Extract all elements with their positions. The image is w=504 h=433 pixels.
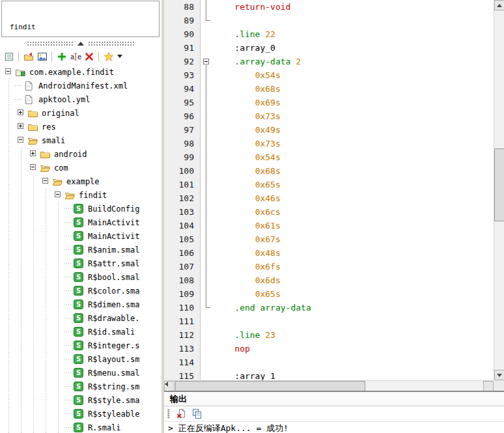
tree-toggle-minus[interactable]: [40, 175, 52, 188]
tree-item[interactable]: SR$drawable.: [0, 311, 161, 325]
open-apk-icon[interactable]: [22, 50, 35, 63]
tree-item[interactable]: SR$menu.smal: [0, 366, 161, 380]
code-line[interactable]: 96 0x73s: [164, 109, 494, 123]
code-line[interactable]: 98 0x73s: [164, 137, 494, 150]
output-title: 输出: [170, 393, 187, 405]
output-lines[interactable]: > 正在反编译Apk... = 成功!: [164, 422, 504, 433]
scroll-right-button[interactable]: [483, 381, 494, 391]
code-line[interactable]: 89: [164, 14, 494, 27]
tree-item[interactable]: example: [0, 175, 161, 188]
tree-item[interactable]: findit: [0, 188, 161, 202]
tree-toggle-minus[interactable]: [27, 161, 40, 175]
code-line[interactable]: 100 0x68s: [164, 164, 494, 178]
code-editor[interactable]: 88 return-void8990 .line 2291 :array_092…: [164, 0, 494, 380]
tree-item[interactable]: SR$id.smali: [0, 325, 161, 339]
code-line[interactable]: 97 0x49s: [164, 123, 494, 137]
tree-item[interactable]: SR$attr.smal: [0, 257, 161, 270]
line-number: 100: [164, 164, 201, 178]
fold-toggle[interactable]: [201, 55, 212, 68]
code-line[interactable]: 88 return-void: [164, 0, 494, 14]
tree-toggle-plus[interactable]: [27, 147, 40, 161]
tree-item[interactable]: SR$bool.smal: [0, 270, 161, 284]
code-line[interactable]: 95 0x69s: [164, 96, 494, 109]
line-number: 109: [164, 287, 201, 301]
code-line[interactable]: 111: [164, 314, 494, 328]
tree-toggle-minus[interactable]: [15, 133, 27, 147]
dropdown-arrow-icon[interactable]: [116, 50, 123, 63]
copy-output-icon[interactable]: [191, 408, 203, 419]
tree-item[interactable]: SBuildConfig: [0, 202, 161, 216]
tree-item[interactable]: AndroidManifest.xml: [0, 79, 161, 92]
code-line[interactable]: 102 0x46s: [164, 191, 494, 205]
code-line[interactable]: 108 0x6ds: [164, 273, 494, 287]
code-line[interactable]: 112 .line 23: [164, 328, 494, 342]
code-line[interactable]: 92 .array-data 2: [164, 55, 494, 68]
collapse-splitter[interactable]: [0, 39, 161, 48]
clear-output-icon[interactable]: [176, 408, 187, 419]
tree-toggle-plus[interactable]: [15, 120, 27, 133]
code-line[interactable]: 99 0x54s: [164, 150, 494, 164]
line-number: 108: [164, 273, 201, 287]
tree-item[interactable]: SR$style.sma: [0, 393, 161, 407]
scroll-down-button[interactable]: [494, 370, 504, 380]
image-viewer-icon[interactable]: [36, 50, 48, 63]
tree-item[interactable]: SMainActivit: [0, 216, 161, 229]
toolbar-grip[interactable]: [167, 409, 170, 419]
tree-indent-guide: [15, 243, 27, 257]
scroll-up-button[interactable]: [494, 0, 504, 10]
tree-item-label: R$color.sma: [86, 286, 139, 296]
delete-file-icon[interactable]: [83, 50, 95, 63]
output-panel: 输出 > 正在反编译Apk... = 成功!: [164, 391, 504, 433]
fold-margin: [201, 191, 212, 205]
tree-item[interactable]: SR$layout.sm: [0, 352, 161, 366]
tree-item[interactable]: SR$color.sma: [0, 284, 161, 298]
tree-indent-guide: [40, 380, 52, 393]
code-line[interactable]: 107 0x6fs: [164, 260, 494, 273]
code-line[interactable]: 90 .line 22: [164, 27, 494, 41]
tree-item[interactable]: SMainActivit: [0, 229, 161, 243]
tree-item[interactable]: smali: [0, 133, 161, 147]
horizontal-scrollbar-thumb[interactable]: [175, 381, 365, 391]
code-text: 0x61s: [212, 219, 281, 232]
tree-item[interactable]: SR$dimen.sma: [0, 298, 161, 311]
code-line[interactable]: 114: [164, 356, 494, 369]
tree-item[interactable]: SR$integer.s: [0, 339, 161, 352]
code-line[interactable]: 91 :array_0: [164, 41, 494, 55]
tree-item[interactable]: SR$string.sm: [0, 380, 161, 393]
code-line[interactable]: 106 0x48s: [164, 246, 494, 260]
code-line[interactable]: 93 0x54s: [164, 68, 494, 82]
code-line[interactable]: 103 0x6cs: [164, 205, 494, 219]
vertical-scrollbar[interactable]: [494, 0, 504, 380]
tree-item[interactable]: original: [0, 106, 161, 120]
code-line[interactable]: 113 nop: [164, 342, 494, 356]
tree-item[interactable]: res: [0, 120, 161, 133]
tree-item[interactable]: SR.smali: [0, 421, 161, 433]
add-file-icon[interactable]: [55, 50, 68, 63]
rename-icon[interactable]: ae: [69, 50, 81, 63]
tree-item[interactable]: SR$anim.smal: [0, 243, 161, 257]
tree-toolbar: ae: [0, 48, 161, 64]
code-line[interactable]: 115 :array_1: [164, 369, 494, 380]
tree-item[interactable]: apktool.yml: [0, 92, 161, 106]
tree-item[interactable]: com: [0, 161, 161, 175]
tree-toggle-minus[interactable]: [3, 65, 15, 79]
vertical-scrollbar-thumb[interactable]: [494, 148, 504, 221]
code-line[interactable]: 101 0x65s: [164, 178, 494, 191]
tree-item[interactable]: SR$styleable: [0, 407, 161, 421]
code-line[interactable]: 94 0x68s: [164, 82, 494, 96]
code-line[interactable]: 104 0x61s: [164, 219, 494, 232]
tree-item[interactable]: com.example.findit: [0, 65, 161, 79]
horizontal-scrollbar[interactable]: [164, 380, 494, 391]
tree-toggle-minus[interactable]: [52, 188, 64, 202]
code-line[interactable]: 109 0x65s: [164, 287, 494, 301]
collapse-arrow-icon[interactable]: [77, 42, 84, 46]
favorites-star-icon[interactable]: [102, 50, 115, 63]
tree-indent-guide: [52, 339, 64, 352]
code-line[interactable]: 105 0x67s: [164, 232, 494, 246]
notebook-icon[interactable]: [3, 50, 15, 63]
tree-item[interactable]: android: [0, 147, 161, 161]
code-line[interactable]: 110 .end array-data: [164, 301, 494, 314]
tree-toggle-plus[interactable]: [15, 106, 27, 120]
code-text: 0x65s: [212, 287, 281, 301]
scroll-left-button[interactable]: [164, 381, 175, 391]
